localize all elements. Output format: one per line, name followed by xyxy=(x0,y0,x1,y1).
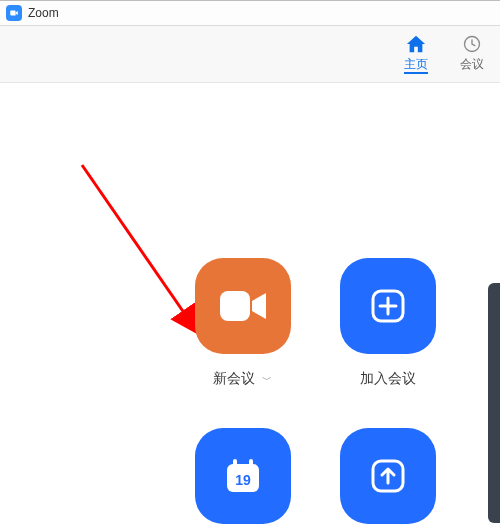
calendar-icon: 19 xyxy=(221,454,265,498)
new-meeting-label: 新会议 xyxy=(213,370,255,386)
tile-share: 共享屏幕 xyxy=(315,428,460,530)
svg-rect-8 xyxy=(249,459,253,468)
chevron-down-icon: ﹀ xyxy=(262,374,272,385)
tile-schedule: 19 安排 xyxy=(170,428,315,530)
svg-rect-2 xyxy=(220,291,250,321)
video-icon xyxy=(218,287,268,325)
nav-tab-home-label: 主页 xyxy=(404,57,428,74)
action-tiles: 新会议 ﹀ 加入会议 19 xyxy=(170,258,460,530)
plus-icon xyxy=(367,285,409,327)
home-icon xyxy=(394,32,438,54)
schedule-button[interactable]: 19 xyxy=(195,428,291,524)
calendar-day: 19 xyxy=(235,472,251,488)
right-panel-edge xyxy=(488,283,500,523)
tile-join: 加入会议 xyxy=(315,258,460,388)
zoom-app-icon xyxy=(6,5,22,21)
main-area: 新会议 ﹀ 加入会议 19 xyxy=(0,83,500,530)
new-meeting-button[interactable] xyxy=(195,258,291,354)
window-titlebar: Zoom xyxy=(0,0,500,26)
svg-rect-7 xyxy=(233,459,237,468)
join-button[interactable] xyxy=(340,258,436,354)
share-up-icon xyxy=(367,455,409,497)
nav-tab-home[interactable]: 主页 xyxy=(394,32,438,74)
nav-tab-meetings[interactable]: 会议 xyxy=(450,32,494,72)
join-label: 加入会议 xyxy=(360,370,416,388)
nav-tab-meetings-label: 会议 xyxy=(460,57,484,71)
share-button[interactable] xyxy=(340,428,436,524)
window-title: Zoom xyxy=(28,6,59,20)
new-meeting-label-row[interactable]: 新会议 ﹀ xyxy=(213,370,273,388)
top-nav: 主页 会议 xyxy=(0,26,500,83)
clock-icon xyxy=(450,32,494,54)
tile-new-meeting: 新会议 ﹀ xyxy=(170,258,315,388)
